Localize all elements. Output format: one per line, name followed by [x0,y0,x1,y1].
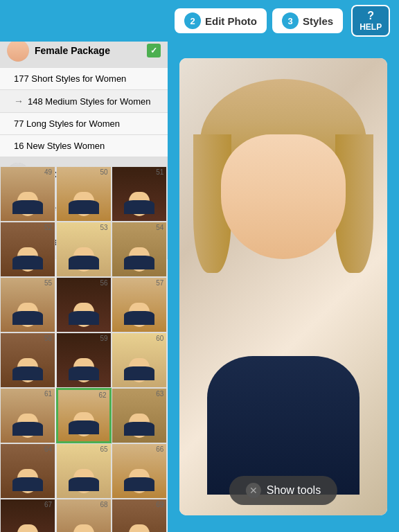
face-area [221,134,346,259]
step2-circle: 2 [184,12,201,29]
photo-container: ✕ Show tools [179,58,387,515]
edit-photo-label: Edit Photo [205,15,257,27]
cell-number: 64 [44,445,52,453]
cell-number: 49 [44,168,52,176]
thumb-face-area [125,290,153,325]
cell-number: 67 [44,501,52,508]
thumb-face-area [14,456,42,491]
hair-cell-61[interactable]: 61 [0,388,55,443]
female-package-label: Female Package [35,45,110,56]
thumb-body [69,420,99,434]
main-content: ✕ Show tools [168,42,399,532]
thumb-body [69,200,99,214]
hair-cell-62[interactable]: 62 [56,388,112,443]
thumb-face-area [70,290,98,325]
step3-circle: 3 [282,12,299,29]
thumb-face-area [70,346,98,380]
cell-number: 57 [156,279,163,287]
sidebar-item-medium-styles[interactable]: → 148 Medium Styles for Women [0,90,168,113]
hair-cell-68[interactable]: 68 [56,499,112,532]
thumb-body [124,200,154,214]
new-styles-label: 16 New Styles Women [14,141,105,151]
hair-cell-54[interactable]: 54 [112,222,167,277]
medium-styles-label: 148 Medium Styles for Women [28,96,151,107]
edit-photo-button[interactable]: 2 Edit Photo [175,8,267,33]
thumb-face-area [125,346,153,380]
sidebar-item-new-styles[interactable]: 16 New Styles Women [0,135,168,157]
hair-cell-63[interactable]: 63 [112,388,167,443]
thumb-face-area [14,235,42,269]
hair-cell-65[interactable]: 65 [56,443,112,499]
face-simulation [193,79,373,495]
hair-cell-56[interactable]: 56 [56,277,112,332]
thumb-body [12,311,43,325]
hair-cell-60[interactable]: 60 [112,332,167,388]
hair-cell-53[interactable]: 53 [56,222,112,277]
hair-cell-52[interactable]: 52 [0,222,55,277]
cell-number: 63 [156,390,163,398]
thumb-face-area [70,235,98,269]
cell-number: 61 [44,390,52,398]
short-styles-label: 177 Short Styles for Women [14,73,126,84]
cell-number: 52 [44,224,52,231]
sidebar-item-long-styles[interactable]: 77 Long Styles for Women [0,113,168,135]
thumb-body [12,256,43,269]
cell-number: 59 [100,335,108,342]
styles-button[interactable]: 3 Styles [272,8,343,33]
thumb-face-area [125,512,153,532]
hair-cell-64[interactable]: 64 [0,443,55,499]
cell-number: 50 [100,168,108,176]
cell-number: 62 [99,391,107,399]
cell-number: 68 [100,501,108,508]
body-area [207,356,360,495]
cell-number: 53 [100,224,108,231]
female-face [7,39,29,62]
thumb-face-area [125,401,153,436]
thumb-body [124,366,154,380]
hair-grid: 49 50 51 52 [0,166,168,532]
hair-cell-57[interactable]: 57 [112,277,167,332]
hair-cell-67[interactable]: 67 [0,499,55,532]
thumb-body [69,256,99,269]
thumb-body [12,200,43,214]
hair-cell-58[interactable]: 58 [0,332,55,388]
cell-number: 66 [156,445,163,453]
hair-cell-66[interactable]: 66 [112,443,167,499]
female-checkmark: ✓ [147,44,161,57]
hair-cell-59[interactable]: 59 [56,332,112,388]
thumb-body [69,311,99,325]
thumb-body [124,256,154,269]
cell-number: 65 [100,445,108,453]
long-styles-label: 77 Long Styles for Women [14,118,120,129]
show-tools-button[interactable]: ✕ Show tools [229,476,337,505]
help-button[interactable]: ? HELP [351,5,390,37]
sidebar-item-short-styles[interactable]: 177 Short Styles for Women [0,68,168,90]
thumb-face-area [14,290,42,325]
sidebar: FREE Examples ✓ Female Package ✓ 177 Sho… [0,0,168,532]
close-icon: ✕ [246,483,261,498]
thumb-body [12,477,43,491]
nav-tabs: 2 Edit Photo 3 Styles ? HELP [172,5,390,37]
header: 2 Edit Photo 3 Styles ? HELP [0,0,399,42]
hair-cell-51[interactable]: 51 [112,166,167,222]
cell-number: 56 [100,279,108,287]
thumb-body [124,422,154,436]
thumb-body [69,477,99,491]
thumb-face-area [70,512,98,532]
main-photo [179,58,387,515]
help-question-mark: ? [367,10,374,22]
cell-number: 60 [156,335,163,342]
hair-cell-69[interactable]: 69 [112,499,167,532]
hair-cell-49[interactable]: 49 [0,166,55,222]
cell-number: 51 [156,168,163,176]
thumb-face-area [14,179,42,214]
thumb-body [124,477,154,491]
show-tools-label: Show tools [267,484,321,497]
hair-cell-50[interactable]: 50 [56,166,112,222]
cell-number: 54 [156,224,163,231]
hair-cell-55[interactable]: 55 [0,277,55,332]
thumb-body [12,422,43,436]
help-text: HELP [360,22,382,32]
thumb-face-area [14,346,42,380]
cell-number: 58 [44,335,52,342]
